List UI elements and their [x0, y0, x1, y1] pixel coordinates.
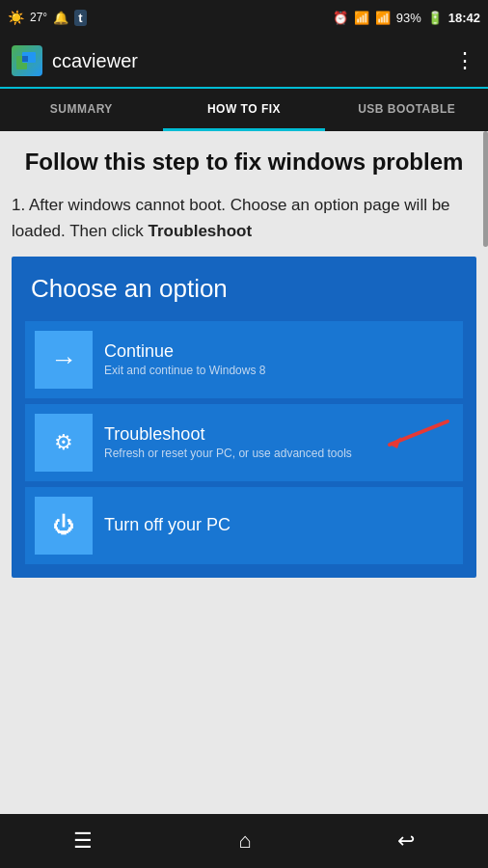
tab-bar: SUMMARY HOW TO FIX USB BOOTABLE: [0, 89, 488, 131]
battery-icon: 🔋: [427, 11, 443, 25]
turnoff-text: Turn off your PC: [104, 515, 230, 535]
win-option-troubleshoot: ⚙ Troubleshoot Refresh or reset your PC,…: [25, 404, 463, 481]
app-title: ccaviewer: [52, 50, 454, 72]
continue-text: Continue Exit and continue to Windows 8: [104, 341, 265, 377]
windows-screen: Choose an option → Continue Exit and con…: [12, 257, 476, 578]
troubleshoot-desc: Refresh or reset your PC, or use advance…: [104, 447, 352, 460]
turnoff-title: Turn off your PC: [104, 515, 230, 535]
overflow-menu-button[interactable]: ⋮: [454, 48, 476, 73]
troubleshoot-title: Troubleshoot: [104, 424, 352, 445]
tools-icon: ⚙: [54, 430, 73, 455]
content-area[interactable]: Follow this step to fix windows problem …: [0, 131, 488, 814]
status-left: ☀️ 27° 🔔 t: [8, 10, 87, 26]
red-arrow-icon: [370, 414, 457, 452]
turnoff-icon-box: ⏻: [35, 497, 93, 555]
battery-text: 93%: [396, 11, 421, 25]
signal-icon: 📶: [375, 11, 391, 25]
time-display: 18:42: [448, 11, 480, 25]
svg-rect-2: [22, 56, 28, 62]
continue-icon-box: →: [35, 331, 93, 389]
main-heading: Follow this step to fix windows problem: [12, 147, 476, 176]
troubleshoot-icon-box: ⚙: [35, 414, 93, 472]
scroll-indicator: [483, 131, 488, 247]
tumblr-icon: t: [74, 10, 86, 26]
temperature: 27°: [30, 11, 47, 24]
win-option-continue: → Continue Exit and continue to Windows …: [25, 321, 463, 398]
alarm-icon: ⏰: [333, 11, 348, 25]
bottom-nav: ☰ ⌂ ↩: [0, 814, 488, 868]
troubleshoot-bold: Troubleshoot: [148, 222, 252, 240]
notification-icon: 🔔: [53, 11, 68, 25]
back-nav-button[interactable]: ↩: [378, 821, 434, 861]
win-option-turnoff: ⏻ Turn off your PC: [25, 487, 463, 564]
status-bar: ☀️ 27° 🔔 t ⏰ 📶 📶 93% 🔋 18:42: [0, 0, 488, 35]
arrow-right-icon: →: [50, 344, 77, 375]
step1-text: 1. After windows cannot boot. Choose an …: [12, 192, 476, 244]
tab-how-to-fix[interactable]: HOW TO FIX: [163, 89, 326, 131]
app-logo: [12, 45, 42, 76]
home-nav-button[interactable]: ⌂: [219, 821, 270, 861]
wifi-icon: 📶: [354, 11, 369, 25]
troubleshoot-text: Troubleshoot Refresh or reset your PC, o…: [104, 424, 352, 460]
continue-desc: Exit and continue to Windows 8: [104, 364, 265, 377]
tab-summary[interactable]: SUMMARY: [0, 89, 163, 131]
tab-usb-bootable[interactable]: USB BOOTABLE: [325, 89, 488, 131]
weather-icon: ☀️: [8, 10, 24, 25]
power-icon: ⏻: [53, 513, 74, 538]
status-right: ⏰ 📶 📶 93% 🔋 18:42: [333, 11, 480, 25]
continue-title: Continue: [104, 341, 265, 362]
menu-nav-button[interactable]: ☰: [54, 821, 112, 861]
app-bar: ccaviewer ⋮: [0, 35, 488, 89]
win-screen-header: Choose an option: [12, 257, 476, 315]
